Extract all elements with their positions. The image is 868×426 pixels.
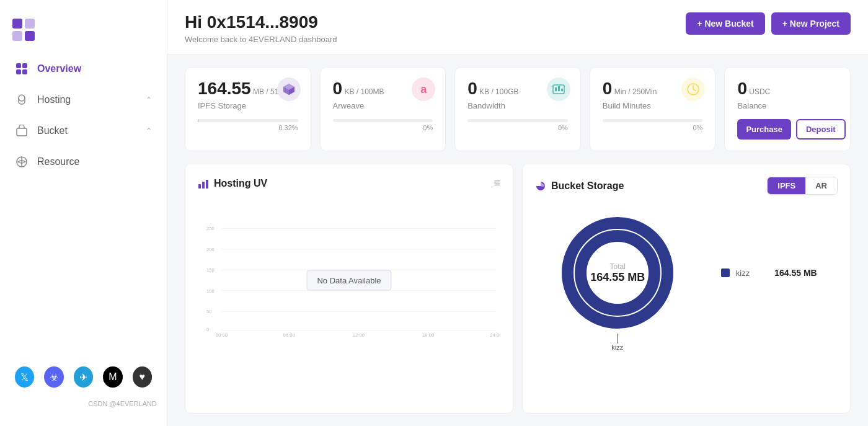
- ipfs-progress: 0.32%: [198, 119, 298, 131]
- new-project-button[interactable]: + New Project: [771, 12, 851, 35]
- svg-rect-0: [12, 19, 22, 29]
- medium-icon[interactable]: M: [103, 366, 122, 388]
- legend-value-kizz: 164.55 MB: [774, 268, 817, 278]
- tab-ipfs[interactable]: IPFS: [768, 177, 805, 194]
- main-content: Hi 0x1514...8909 Welcome back to 4EVERLA…: [167, 0, 868, 426]
- svg-text:250: 250: [206, 226, 215, 231]
- bar-chart-icon: [198, 178, 209, 189]
- build-progress: 0%: [603, 119, 703, 131]
- arweave-progress: 0%: [333, 119, 433, 131]
- no-data-label: No Data Available: [306, 270, 391, 291]
- hosting-uv-header: Hosting UV ≡: [198, 177, 500, 190]
- svg-rect-11: [17, 128, 27, 136]
- filter-icon[interactable]: ≡: [494, 177, 500, 190]
- sidebar-hosting-label: Hosting: [37, 94, 71, 105]
- bucket-tab-group: IPFS AR: [767, 177, 838, 195]
- stat-card-bandwidth: 0 KB / 100GB Bandwidth 0%: [454, 67, 581, 151]
- stat-card-build: 0 Min / 250Min Build Minutes 0%: [590, 67, 716, 151]
- svg-rect-25: [198, 184, 201, 189]
- telegram-icon[interactable]: ✈: [74, 366, 93, 388]
- svg-text:18:00: 18:00: [422, 332, 434, 338]
- sidebar-overview-label: Overview: [37, 63, 81, 74]
- sidebar-item-overview[interactable]: Overview: [0, 53, 167, 84]
- stats-row: 164.55 MB / 51GB IPFS Storage 0.32% a 0 …: [167, 55, 868, 164]
- svg-rect-7: [22, 69, 27, 74]
- balance-label: Balance: [737, 101, 838, 110]
- arweave-icon: a: [412, 78, 435, 101]
- donut-kizz-label: kizz: [611, 334, 623, 351]
- svg-rect-4: [16, 63, 21, 68]
- svg-text:12:00: 12:00: [353, 332, 365, 338]
- header-actions: + New Bucket + New Project: [686, 12, 851, 35]
- hosting-uv-title: Hosting UV: [198, 178, 267, 189]
- stat-card-balance: 0 USDC Balance Purchase Deposit: [724, 67, 851, 151]
- bucket-storage-header: Bucket Storage IPFS AR: [535, 177, 838, 195]
- sidebar-item-resource[interactable]: Resource: [0, 146, 167, 177]
- arweave-label: Arweave: [333, 101, 433, 110]
- svg-text:0: 0: [206, 327, 209, 332]
- bucket-storage-title: Bucket Storage: [535, 180, 624, 192]
- twitter-icon[interactable]: 𝕏: [15, 366, 34, 388]
- svg-rect-3: [25, 31, 35, 41]
- page-subtitle: Welcome back to 4EVERLAND dashboard: [185, 35, 337, 44]
- donut-center-label: Total 164.55 MB: [590, 262, 645, 284]
- balance-value: 0 USDC: [737, 79, 838, 99]
- sidebar-logo: [0, 12, 167, 53]
- svg-text:200: 200: [206, 247, 215, 252]
- hosting-uv-card: Hosting UV ≡ 250 200 150 100 50 0: [185, 164, 513, 414]
- bottom-row: Hosting UV ≡ 250 200 150 100 50 0: [167, 164, 868, 426]
- new-bucket-button[interactable]: + New Bucket: [686, 12, 764, 35]
- github-icon[interactable]: ♥: [133, 366, 152, 388]
- hosting-uv-chart: 250 200 150 100 50 0 00:00 06:00: [198, 200, 500, 361]
- bandwidth-progress: 0%: [467, 119, 568, 131]
- sidebar-resource-label: Resource: [37, 156, 79, 167]
- svg-rect-27: [206, 180, 208, 189]
- ipfs-storage-icon: [277, 78, 301, 101]
- bandwidth-label: Bandwidth: [467, 101, 568, 110]
- resource-icon: [15, 155, 29, 169]
- svg-rect-1: [25, 19, 35, 29]
- balance-actions: Purchase Deposit: [737, 119, 838, 140]
- donut-legend: kizz 164.55 MB: [721, 268, 817, 278]
- app-logo-icon: [12, 19, 35, 41]
- bucket-storage-card: Bucket Storage IPFS AR Total: [522, 164, 851, 414]
- purchase-button[interactable]: Purchase: [737, 119, 791, 140]
- bandwidth-icon: [547, 78, 570, 101]
- svg-text:00:00: 00:00: [216, 332, 228, 338]
- overview-icon: [15, 62, 29, 76]
- header-text: Hi 0x1514...8909 Welcome back to 4EVERLA…: [185, 12, 337, 44]
- bucket-chevron-icon: ⌃: [146, 126, 152, 135]
- pie-chart-icon: [535, 180, 546, 192]
- svg-text:150: 150: [206, 267, 215, 273]
- bucket-donut-area: Total 164.55 MB kizz kizz 164.55 MB: [535, 205, 838, 335]
- sidebar-item-bucket[interactable]: Bucket ⌃: [0, 115, 167, 146]
- sidebar-bucket-label: Bucket: [37, 125, 68, 136]
- stat-card-arweave: a 0 KB / 100MB Arweave 0%: [320, 67, 446, 151]
- legend-dot-kizz: [721, 268, 730, 277]
- hosting-chevron-icon: ⌃: [146, 95, 152, 104]
- svg-rect-5: [22, 63, 27, 68]
- svg-rect-6: [16, 69, 21, 74]
- donut-wrapper: Total 164.55 MB kizz: [556, 211, 680, 335]
- discord-icon[interactable]: ☣: [44, 366, 63, 388]
- svg-text:24:00: 24:00: [490, 332, 500, 338]
- sidebar: Overview Hosting ⌃ Bucket ⌃ Resource 𝕏 ☣…: [0, 0, 167, 426]
- svg-rect-19: [555, 87, 557, 91]
- header: Hi 0x1514...8909 Welcome back to 4EVERLA…: [167, 0, 868, 55]
- svg-text:100: 100: [206, 288, 215, 294]
- svg-rect-26: [202, 182, 205, 189]
- legend-name-kizz: kizz: [736, 268, 750, 278]
- sidebar-item-hosting[interactable]: Hosting ⌃: [0, 84, 167, 115]
- donut-chart: Total 164.55 MB: [556, 211, 680, 335]
- sidebar-footer-text: CSDN @4EVERLAND: [0, 400, 167, 414]
- bucket-icon: [15, 124, 29, 138]
- svg-rect-2: [12, 31, 22, 41]
- stat-card-ipfs: 164.55 MB / 51GB IPFS Storage 0.32%: [185, 67, 311, 151]
- deposit-button[interactable]: Deposit: [796, 119, 846, 140]
- build-label: Build Minutes: [603, 101, 703, 110]
- ipfs-label: IPFS Storage: [198, 101, 298, 110]
- svg-rect-20: [558, 86, 560, 91]
- svg-point-8: [19, 95, 25, 101]
- tab-ar[interactable]: AR: [805, 177, 837, 194]
- svg-rect-21: [561, 89, 563, 91]
